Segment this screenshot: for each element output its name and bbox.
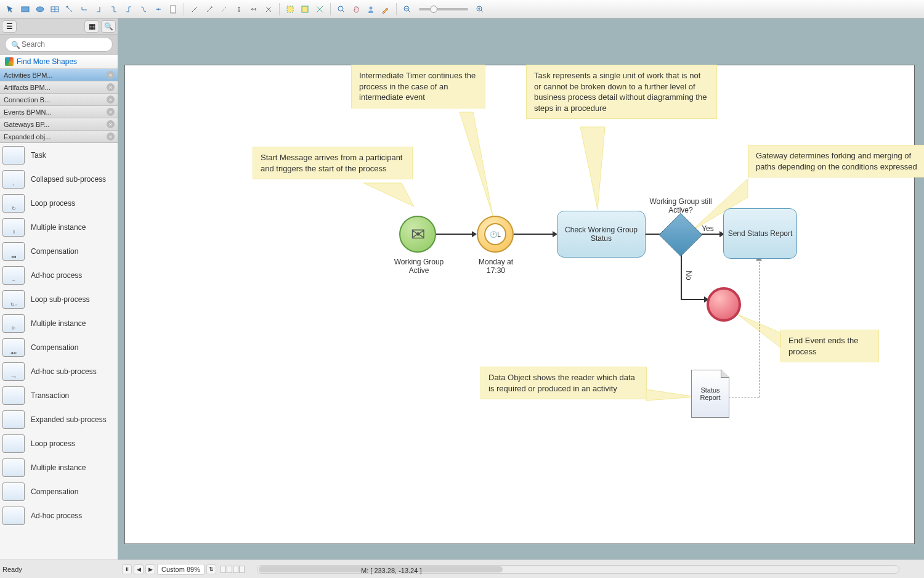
shape-item[interactable]: Loop process <box>0 431 118 455</box>
tool-hl3[interactable] <box>313 2 326 16</box>
shape-list[interactable]: Task▫Collapsed sub-process↻Loop process⦀… <box>0 143 118 560</box>
timer-label: Monday at 17:30 <box>474 258 517 275</box>
shape-item[interactable]: ⦀▫Multiple instance <box>0 311 118 335</box>
shape-thumb-icon: ◂◂ <box>2 242 25 261</box>
task-send-report[interactable]: Send Status Report <box>723 208 797 259</box>
category-close-icon[interactable]: × <box>107 83 115 91</box>
tool-line3[interactable] <box>217 2 231 16</box>
svg-point-5 <box>67 6 68 7</box>
shape-label: Multiple instance <box>31 319 86 328</box>
svg-point-10 <box>338 6 343 11</box>
shape-item[interactable]: ↻Loop process <box>0 191 118 215</box>
horizontal-scrollbar[interactable] <box>257 565 899 574</box>
tool-linemulti[interactable] <box>262 2 275 16</box>
tool-conn1[interactable] <box>63 2 76 16</box>
shape-label: Loop process <box>31 439 75 448</box>
tool-line2[interactable] <box>203 2 216 16</box>
shape-item[interactable]: Ad-hoc process <box>0 503 118 527</box>
shape-item[interactable]: Task <box>0 143 118 167</box>
tool-conn3[interactable] <box>92 2 106 16</box>
tool-user[interactable] <box>364 2 378 16</box>
tool-zoomout[interactable] <box>400 2 414 16</box>
zoom-label[interactable]: Custom 89% <box>157 564 205 575</box>
tool-ellipse[interactable] <box>33 2 47 16</box>
doc-label: Status Report <box>692 386 729 401</box>
sidebar-tree-icon[interactable]: ☰ <box>2 20 17 33</box>
tool-line4[interactable] <box>232 2 246 16</box>
sidebar-search-icon[interactable]: 🔍 <box>101 20 116 33</box>
svg-rect-9 <box>302 6 308 12</box>
svg-rect-7 <box>171 6 176 13</box>
shape-label: Task <box>31 151 46 160</box>
page-next[interactable]: ▶ <box>145 564 155 574</box>
zoom-stepper[interactable]: ⇅ <box>206 564 216 574</box>
shape-thumb-icon <box>2 482 25 501</box>
svg-line-11 <box>342 10 344 12</box>
tool-pointer[interactable] <box>4 2 17 16</box>
tool-grid[interactable] <box>48 2 62 16</box>
start-label: Working Group Active <box>389 258 448 275</box>
page-prev[interactable]: ◀ <box>134 564 144 574</box>
shape-item[interactable]: Multiple instance <box>0 455 118 479</box>
category-close-icon[interactable]: × <box>107 132 115 140</box>
category-row[interactable]: Connection B...× <box>0 94 118 106</box>
view-mode-icons[interactable] <box>221 566 245 573</box>
category-close-icon[interactable]: × <box>107 120 115 128</box>
shape-item[interactable]: Transaction <box>0 383 118 407</box>
category-close-icon[interactable]: × <box>107 96 115 104</box>
shape-item[interactable]: Compensation <box>0 479 118 503</box>
zoom-slider[interactable] <box>419 8 468 10</box>
shape-item[interactable]: Expanded sub-process <box>0 407 118 431</box>
category-label: Activities BPM... <box>4 71 52 79</box>
data-object[interactable]: Status Report <box>691 370 729 418</box>
tool-zoomfit[interactable] <box>334 2 348 16</box>
page-pause-icon[interactable]: ⏸ <box>122 564 132 574</box>
shape-thumb-icon <box>2 434 25 453</box>
search-icon: 🔍 <box>11 41 20 49</box>
svg-rect-0 <box>22 7 29 12</box>
canvas[interactable]: Start Message arrives from a participant… <box>118 18 924 560</box>
tool-linebidir[interactable] <box>247 2 261 16</box>
category-close-icon[interactable]: × <box>107 71 115 79</box>
tool-rect[interactable] <box>18 2 32 16</box>
category-row[interactable]: Artifacts BPM...× <box>0 81 118 94</box>
shape-item[interactable]: ~Ad-hoc process <box>0 263 118 287</box>
find-more-shapes[interactable]: Find More Shapes <box>0 54 118 69</box>
category-row[interactable]: Activities BPM...× <box>0 69 118 81</box>
tool-conn7[interactable] <box>152 2 165 16</box>
tool-conn6[interactable] <box>137 2 150 16</box>
category-label: Gateways BP... <box>4 121 49 128</box>
task-check-status[interactable]: Check Working Group Status <box>557 211 646 258</box>
tool-line1[interactable] <box>188 2 201 16</box>
gateway-label: Working Group still Active? <box>647 197 715 214</box>
shape-item[interactable]: ⦀Multiple instance <box>0 215 118 239</box>
start-event[interactable]: ✉ <box>399 216 436 253</box>
timer-event[interactable]: 🕐L <box>477 216 514 253</box>
callout-start: Start Message arrives from a participant… <box>253 147 413 179</box>
tool-conn2[interactable] <box>78 2 91 16</box>
tool-conn4[interactable] <box>107 2 121 16</box>
category-row[interactable]: Gateways BP...× <box>0 118 118 131</box>
shape-thumb-icon: ~▫ <box>2 362 25 381</box>
shape-item[interactable]: ◂◂Compensation <box>0 239 118 263</box>
shape-item[interactable]: ↻▫Loop sub-process <box>0 287 118 311</box>
category-close-icon[interactable]: × <box>107 108 115 116</box>
sidebar-grid-icon[interactable]: ▦ <box>84 20 99 33</box>
end-event[interactable] <box>707 287 741 322</box>
tool-hl2[interactable] <box>298 2 312 16</box>
tool-conn5[interactable] <box>122 2 136 16</box>
tool-pencil[interactable] <box>379 2 392 16</box>
tool-hl1[interactable] <box>283 2 297 16</box>
status-bar: Ready ⏸ ◀ ▶ Custom 89% ⇅ <box>0 560 924 578</box>
shape-item[interactable]: ◂◂▫Compensation <box>0 335 118 359</box>
status-ready: Ready <box>0 566 118 573</box>
tool-page[interactable] <box>166 2 180 16</box>
tool-zoomin[interactable] <box>473 2 487 16</box>
category-row[interactable]: Events BPMN...× <box>0 106 118 118</box>
shape-item[interactable]: ~▫Ad-hoc sub-process <box>0 359 118 383</box>
svg-point-12 <box>370 6 373 9</box>
search-input[interactable] <box>5 37 113 52</box>
shape-item[interactable]: ▫Collapsed sub-process <box>0 167 118 191</box>
tool-pan[interactable] <box>349 2 363 16</box>
category-row[interactable]: Expanded obj...× <box>0 131 118 143</box>
